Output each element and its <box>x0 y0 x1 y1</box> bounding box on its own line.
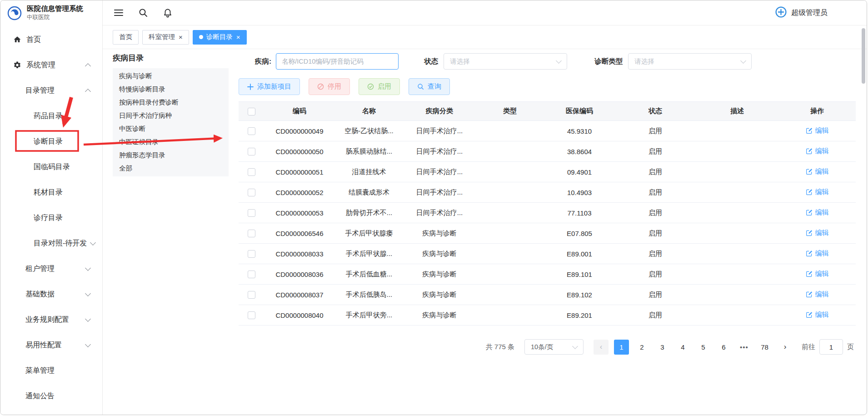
row-checkbox[interactable] <box>248 291 255 299</box>
cell-insurance-code: 38.8604 <box>544 141 615 162</box>
sidebar-item-label: 易用性配置 <box>25 341 62 350</box>
row-checkbox[interactable] <box>248 230 255 237</box>
cell-description <box>696 121 778 141</box>
chevron-down-icon <box>556 58 562 64</box>
disease-search-input[interactable] <box>276 53 399 70</box>
hamburger-menu-icon[interactable] <box>114 9 123 17</box>
cell-name: 肠系膜动脉结... <box>335 141 403 162</box>
tree-item[interactable]: 肿瘤形态学目录 <box>113 149 229 162</box>
topbar: 超级管理员 <box>103 0 867 25</box>
edit-button[interactable]: 编辑 <box>806 208 829 217</box>
search-icon[interactable] <box>139 8 148 17</box>
sidebar-item-treatment-directory[interactable]: 诊疗目录 <box>0 205 102 231</box>
page-number-button[interactable]: 2 <box>634 340 649 355</box>
enable-button[interactable]: 启用 <box>359 78 400 95</box>
edit-button[interactable]: 编辑 <box>806 147 829 155</box>
cell-insurance-code: E89.001 <box>544 244 615 264</box>
sidebar-item-system-management[interactable]: 系统管理 <box>0 52 102 78</box>
tab-label: 诊断目录 <box>206 33 233 41</box>
tree-item[interactable]: 中医证候目录 <box>113 135 229 149</box>
edit-button[interactable]: 编辑 <box>806 126 829 135</box>
edit-button[interactable]: 编辑 <box>806 311 829 319</box>
edit-button[interactable]: 编辑 <box>806 270 829 278</box>
home-icon <box>13 35 21 44</box>
goto-page-input[interactable] <box>819 339 843 355</box>
sidebar-item-basic-data[interactable]: 基础数据 <box>0 281 102 307</box>
diagnosis-type-select[interactable]: 请选择 <box>628 53 752 70</box>
cell-insurance-code: E89.102 <box>544 285 615 305</box>
row-checkbox[interactable] <box>248 311 255 319</box>
edit-button[interactable]: 编辑 <box>806 229 829 237</box>
row-checkbox[interactable] <box>248 250 255 258</box>
vertical-scrollbar[interactable] <box>862 28 865 84</box>
add-item-button[interactable]: 添加新项目 <box>239 78 300 95</box>
table-row: CD0000008040 手术后甲状旁... 疾病与诊断 E89.201 启用 … <box>239 305 856 326</box>
page-number-button[interactable]: 1 <box>614 340 629 355</box>
disable-button[interactable]: 停用 <box>309 78 350 95</box>
tree-item[interactable]: 按病种目录付费诊断 <box>113 96 229 109</box>
sidebar-item-national-code-directory[interactable]: 国临码目录 <box>0 154 102 180</box>
circle-check-icon <box>367 83 374 90</box>
edit-button[interactable]: 编辑 <box>806 290 829 299</box>
edit-button[interactable]: 编辑 <box>806 188 829 196</box>
row-checkbox[interactable] <box>248 127 255 135</box>
cell-name: 手术后甲状腺... <box>335 244 403 264</box>
row-checkbox[interactable] <box>248 271 255 278</box>
query-button[interactable]: 查询 <box>409 78 450 95</box>
tree-item[interactable]: 特慢病诊断目录 <box>113 83 229 96</box>
sidebar-item-directory-management[interactable]: 目录管理 <box>0 78 102 103</box>
sidebar-item-directory-mapping[interactable]: 目录对照-待开发 <box>0 231 102 256</box>
tabbar: 首页 科室管理 × 诊断目录 × <box>103 25 867 49</box>
tree-item[interactable]: 全部 <box>113 162 229 175</box>
cell-code: CD0000000053 <box>264 203 335 223</box>
prev-page-button[interactable]: ‹ <box>594 340 609 355</box>
chevron-down-icon <box>90 240 96 246</box>
cell-description <box>696 162 778 182</box>
app-title: 医院信息管理系统 <box>27 5 83 13</box>
row-checkbox[interactable] <box>248 209 255 217</box>
sidebar-item-diagnosis-directory[interactable]: 诊断目录 <box>0 129 102 154</box>
edit-button[interactable]: 编辑 <box>806 249 829 258</box>
select-all-checkbox[interactable] <box>248 108 255 115</box>
sidebar-item-home[interactable]: 首页 <box>0 27 102 52</box>
sidebar-item-consumables-directory[interactable]: 耗材目录 <box>0 180 102 205</box>
page-number-button[interactable]: 3 <box>655 340 670 355</box>
row-checkbox[interactable] <box>248 168 255 176</box>
page-number-button[interactable]: 78 <box>757 340 772 355</box>
edit-button[interactable]: 编辑 <box>806 167 829 176</box>
sidebar-item-usability-config[interactable]: 易用性配置 <box>0 332 102 358</box>
row-checkbox[interactable] <box>248 189 255 196</box>
page-number-button[interactable]: 4 <box>675 340 690 355</box>
row-checkbox[interactable] <box>248 148 255 155</box>
cell-type <box>476 264 544 285</box>
tab-home[interactable]: 首页 <box>113 30 139 45</box>
status-select[interactable]: 请选择 <box>444 53 567 70</box>
close-icon[interactable]: × <box>236 34 240 40</box>
edit-label: 编辑 <box>815 208 829 217</box>
pagination-ellipsis[interactable]: ••• <box>737 340 752 355</box>
edit-icon <box>806 209 813 216</box>
tree-item[interactable]: 中医诊断 <box>113 122 229 135</box>
page-number-button[interactable]: 6 <box>716 340 731 355</box>
edit-icon <box>806 311 813 318</box>
user-menu[interactable]: 超级管理员 <box>775 6 828 20</box>
sidebar-item-tenant-management[interactable]: 租户管理 <box>0 256 102 281</box>
tab-diagnosis-directory[interactable]: 诊断目录 × <box>193 30 247 45</box>
bell-icon[interactable] <box>163 8 172 18</box>
tree-item[interactable]: 疾病与诊断 <box>113 70 229 83</box>
sidebar-item-business-rules-config[interactable]: 业务规则配置 <box>0 307 102 332</box>
page-size-select[interactable]: 10条/页 <box>524 339 584 355</box>
edit-icon <box>806 230 813 236</box>
sidebar: 医院信息管理系统 中联医院 首页 系统管理 目录管理 药品目录 诊断目录 <box>0 0 103 415</box>
column-header-category: 疾病分类 <box>403 102 476 121</box>
table-row: CD0000000052 结膜囊成形术 日间手术治疗... 10.4903 启用… <box>239 182 856 203</box>
close-icon[interactable]: × <box>179 34 183 40</box>
page-number-button[interactable]: 5 <box>696 340 711 355</box>
sidebar-item-drug-directory[interactable]: 药品目录 <box>0 103 102 129</box>
cell-category: 日间手术治疗... <box>403 182 476 203</box>
sidebar-item-menu-management[interactable]: 菜单管理 <box>0 358 102 383</box>
next-page-button[interactable]: › <box>778 340 793 355</box>
tree-item[interactable]: 日间手术治疗病种 <box>113 109 229 122</box>
sidebar-item-notice-announcement[interactable]: 通知公告 <box>0 383 102 409</box>
tab-department-management[interactable]: 科室管理 × <box>142 30 189 45</box>
